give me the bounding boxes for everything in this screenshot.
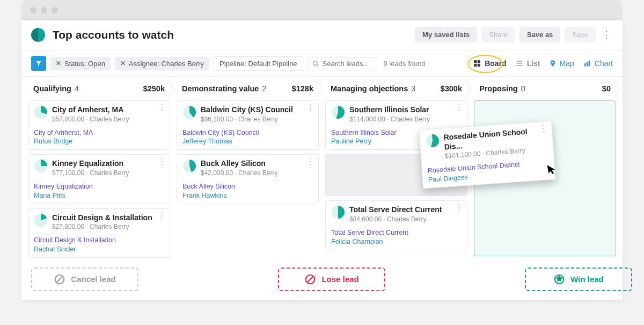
footer-drop-row: Cancel lead Lose lead Win lead	[21, 260, 623, 300]
close-icon[interactable]: ✕	[56, 60, 61, 67]
search-input-wrap[interactable]	[308, 57, 377, 70]
save-button[interactable]: Save	[565, 27, 596, 42]
svg-rect-4	[474, 64, 477, 67]
svg-line-1	[317, 64, 318, 66]
share-button[interactable]: Share	[481, 27, 515, 42]
filter-chip-status[interactable]: ✕ Status: Open	[50, 57, 111, 70]
board-icon	[473, 59, 481, 68]
lose-lead-dropzone[interactable]: Lose lead	[278, 268, 385, 291]
column-amount: $0	[602, 84, 611, 93]
filter-chip-pipeline[interactable]: Pipeline: Default Pipeline	[214, 56, 303, 71]
svg-rect-5	[478, 64, 480, 67]
close-icon[interactable]: ✕	[120, 60, 126, 67]
contact-link[interactable]: Rachal Snider	[34, 245, 164, 254]
card-more-icon[interactable]: ⋮	[157, 213, 166, 218]
result-count: 9 leads found	[384, 60, 426, 68]
card-more-icon[interactable]: ⋮	[157, 159, 166, 164]
filter-label: Assignee: Charles Berry	[129, 60, 204, 68]
card-more-icon[interactable]: ⋮	[455, 105, 464, 110]
company-link[interactable]: Total Serve Direct Current	[331, 228, 462, 237]
lead-card[interactable]: ⋮ Baldwin City (KS) Council $86,100.00Ch…	[177, 100, 319, 150]
card-title: Kinney Equalization	[52, 159, 129, 169]
completion-pie-icon	[34, 213, 48, 227]
lead-card[interactable]: ⋮ Circuit Design & Installation $27,600.…	[28, 208, 170, 258]
card-subtitle: $57,000.00Charles Berry	[52, 115, 129, 123]
company-link[interactable]: Buck Alley Silicon	[182, 182, 313, 191]
window-dot	[30, 7, 36, 13]
card-more-icon[interactable]: ⋮	[306, 105, 315, 110]
my-saved-lists-button[interactable]: My saved lists	[415, 27, 477, 42]
lead-card[interactable]: ⋮ Total Serve Direct Current $84,600.00C…	[325, 200, 467, 250]
filter-chip-assignee[interactable]: ✕ Assignee: Charles Berry	[115, 57, 209, 70]
lead-card[interactable]: ⋮ Rosedale Union School Dis... $101,100.…	[419, 120, 555, 189]
column-amount: $250k	[143, 84, 165, 93]
lead-card[interactable]: ⋮ Kinney Equalization $77,100.00Charles …	[28, 154, 170, 204]
view-chart[interactable]: Chart	[583, 59, 613, 68]
column-count: 4	[75, 84, 79, 93]
window-chrome	[21, 0, 623, 20]
column-amount: $128k	[292, 84, 313, 93]
card-subtitle: $42,000.00Charles Berry	[201, 169, 277, 177]
filter-icon[interactable]	[31, 56, 46, 71]
card-title: Southern Illinois Solar	[349, 105, 430, 115]
card-more-icon[interactable]: ⋮	[157, 105, 166, 110]
win-icon	[553, 273, 565, 285]
svg-rect-10	[584, 63, 586, 66]
view-list[interactable]: List	[515, 59, 540, 68]
contact-link[interactable]: Maria Pitts	[34, 191, 164, 200]
column-header: Qualifying 4 $250k	[28, 80, 170, 97]
win-lead-dropzone[interactable]: Win lead	[525, 268, 632, 291]
app-container: Top accounts to watch My saved lists Sha…	[21, 20, 623, 300]
card-more-icon[interactable]: ⋮	[306, 159, 315, 164]
column-cards: ⋮ Baldwin City (KS) Council $86,100.00Ch…	[177, 97, 319, 206]
card-title: Circuit Design & Installation	[52, 213, 152, 223]
svg-point-9	[552, 62, 553, 63]
card-more-icon[interactable]: ⋮	[539, 126, 549, 132]
company-link[interactable]: Circuit Design & Installation	[34, 236, 164, 245]
svg-rect-11	[586, 62, 588, 66]
cursor-icon	[546, 163, 557, 175]
card-subtitle: $84,600.00Charles Berry	[349, 215, 442, 223]
column-header: Managing objections 3 $300k	[325, 80, 467, 97]
svg-point-0	[313, 61, 317, 65]
brand-icon	[31, 28, 45, 42]
window-dot	[52, 7, 58, 13]
header-more-icon[interactable]: ⋮	[600, 29, 613, 41]
contact-link[interactable]: Felicia Champion	[331, 237, 462, 247]
view-board[interactable]: Board	[473, 59, 506, 68]
view-map[interactable]: Map	[549, 59, 574, 68]
search-icon	[312, 60, 319, 67]
save-as-button[interactable]: Save as	[519, 27, 560, 42]
column-name: Qualifying	[33, 84, 71, 93]
lose-icon	[304, 273, 316, 285]
completion-pie-icon	[331, 205, 345, 219]
kanban-column: Demonstrating value 2 $128k ⋮ Baldwin Ci…	[177, 80, 319, 206]
filter-bar: ✕ Status: Open ✕ Assignee: Charles Berry…	[21, 50, 623, 77]
card-title: Baldwin City (KS) Council	[201, 105, 293, 115]
search-input[interactable]	[323, 60, 370, 68]
card-subtitle: $77,100.00Charles Berry	[52, 169, 129, 177]
company-link[interactable]: Baldwin City (KS) Council	[182, 128, 313, 138]
window-dot	[41, 7, 47, 13]
contact-link[interactable]: Rufus Bridge	[34, 137, 164, 146]
list-icon	[515, 59, 524, 68]
contact-link[interactable]: Frank Hawkins	[182, 191, 313, 200]
column-count: 2	[262, 84, 266, 93]
cancel-icon	[54, 273, 65, 285]
map-pin-icon	[549, 59, 557, 68]
company-link[interactable]: City of Amherst, MA	[34, 128, 164, 138]
card-subtitle: $27,600.00Charles Berry	[52, 223, 152, 230]
cancel-lead-dropzone[interactable]: Cancel lead	[31, 268, 138, 291]
page-title: Top accounts to watch	[53, 28, 411, 41]
svg-line-24	[308, 276, 313, 282]
card-title: City of Amherst, MA	[52, 105, 129, 115]
lead-card[interactable]: ⋮ Buck Alley Silicon $42,000.00Charles B…	[177, 154, 319, 204]
card-more-icon[interactable]: ⋮	[455, 205, 464, 210]
completion-pie-icon	[182, 159, 196, 173]
svg-rect-2	[474, 60, 477, 63]
kanban-column: Qualifying 4 $250k ⋮ City of Amherst, MA…	[28, 80, 170, 260]
card-subtitle: $86,100.00Charles Berry	[201, 115, 293, 123]
lead-card[interactable]: ⋮ City of Amherst, MA $57,000.00Charles …	[28, 100, 170, 150]
company-link[interactable]: Kinney Equalization	[34, 182, 164, 191]
contact-link[interactable]: Jefferey Thomas	[182, 137, 313, 146]
